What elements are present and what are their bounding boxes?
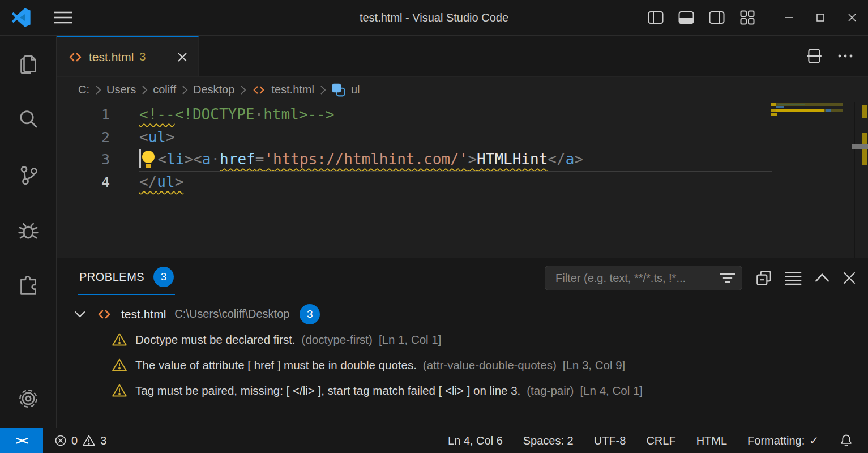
vscode-logo-icon xyxy=(11,8,31,27)
code-token: a xyxy=(202,151,211,168)
minimap-line-4 xyxy=(771,113,843,116)
warning-triangle-icon xyxy=(112,332,127,347)
code-token: <!-- xyxy=(139,106,175,123)
close-window-icon[interactable] xyxy=(836,0,868,35)
bell-icon[interactable] xyxy=(839,433,853,448)
explorer-icon[interactable] xyxy=(15,50,42,78)
minimize-icon[interactable] xyxy=(773,0,805,35)
code-token: a xyxy=(566,151,575,168)
line-content: <li><a·href='https://htmlhint.com/'>HTML… xyxy=(139,148,772,171)
split-editor-icon[interactable] xyxy=(806,48,823,65)
problem-row[interactable]: The value of attribute [ href ] must be … xyxy=(57,352,868,378)
code-line[interactable]: 4</ul> xyxy=(57,171,772,194)
close-panel-icon[interactable] xyxy=(842,271,857,285)
problem-row[interactable]: Tag must be paired, missing: [ </li> ], … xyxy=(57,378,868,403)
code-token: https://htmlhint.com/ xyxy=(273,151,459,168)
cursor-position[interactable]: Ln 4, Col 6 xyxy=(448,434,503,447)
breadcrumb-file[interactable]: test.html xyxy=(271,83,314,96)
chevron-right-icon xyxy=(240,85,246,95)
problem-message: Doctype must be declared first. xyxy=(135,333,296,347)
problem-source: (tag-pair) xyxy=(527,384,574,398)
ruler-cursor-mark xyxy=(852,144,868,149)
tab-problems[interactable]: PROBLEMS 3 xyxy=(78,261,175,295)
code-line[interactable]: 2<ul> xyxy=(57,126,772,149)
layout-sidebar-left-icon[interactable] xyxy=(643,5,669,31)
line-content: </ul> xyxy=(139,171,772,194)
minimap-line-3 xyxy=(771,109,843,112)
code-token: ul xyxy=(148,129,166,146)
problems-filter[interactable] xyxy=(545,266,742,290)
code-token: href xyxy=(220,151,255,168)
breadcrumb-symbol[interactable]: ul xyxy=(351,83,360,96)
indentation[interactable]: Spaces: 2 xyxy=(523,434,574,447)
breadcrumb-users[interactable]: Users xyxy=(106,83,136,96)
code-token: </ xyxy=(139,173,157,190)
encoding[interactable]: UTF-8 xyxy=(594,434,626,447)
source-control-icon[interactable] xyxy=(15,161,42,189)
html-file-icon xyxy=(96,307,112,321)
more-actions-icon[interactable] xyxy=(837,53,853,59)
remote-indicator[interactable]: >< xyxy=(0,428,43,453)
code-token: > xyxy=(166,129,175,146)
language-mode[interactable]: HTML xyxy=(696,434,727,447)
maximize-panel-icon[interactable] xyxy=(814,271,831,285)
line-number: 3 xyxy=(57,148,110,171)
view-as-table-icon[interactable] xyxy=(784,270,802,286)
problems-file-group[interactable]: test.html C:\Users\coliff\Desktop 3 xyxy=(57,301,868,327)
panel-header: PROBLEMS 3 xyxy=(57,258,868,298)
ruler-warning-mark xyxy=(862,133,867,165)
code-token: <!DOCTYPE xyxy=(175,106,255,123)
line-number: 1 xyxy=(57,104,110,126)
problem-source: (attr-value-double-quotes) xyxy=(423,358,557,372)
filter-icon[interactable] xyxy=(720,272,735,284)
warning-triangle-icon xyxy=(112,383,127,398)
eol-sequence[interactable]: CRLF xyxy=(646,434,675,447)
minimap-line-2 xyxy=(771,106,843,109)
ruler-warning-mark xyxy=(862,105,867,118)
extensions-icon[interactable] xyxy=(15,272,42,300)
warning-triangle-icon xyxy=(112,358,127,372)
code-token: html>--> xyxy=(263,106,334,123)
overview-ruler[interactable] xyxy=(858,102,868,258)
status-problems[interactable]: 0 3 xyxy=(54,434,106,447)
editor-group: test.html 3 C: xyxy=(57,36,868,428)
problem-position: [Ln 3, Col 9] xyxy=(563,358,626,372)
lightbulb-icon[interactable] xyxy=(142,150,155,168)
problem-items: Doctype must be declared first.(doctype-… xyxy=(57,327,868,403)
breadcrumb-coliff[interactable]: coliff xyxy=(153,83,176,96)
code-token: ' xyxy=(459,151,468,168)
code-token: < xyxy=(139,129,148,146)
code-editor[interactable]: 1<!--<!DOCTYPE·html>-->2<ul>3<li><a·href… xyxy=(57,102,868,258)
breadcrumb-drive[interactable]: C: xyxy=(78,83,89,96)
file-problems-count-badge: 3 xyxy=(300,304,320,324)
breadcrumb: C: Users coliff Desktop test.html ul xyxy=(57,77,868,102)
customize-layout-icon[interactable] xyxy=(734,5,760,31)
line-number: 4 xyxy=(57,171,110,194)
layout-panel-icon[interactable] xyxy=(673,5,699,31)
tab-close-icon[interactable] xyxy=(177,52,188,63)
code-line[interactable]: 3<li><a·href='https://htmlhint.com/'>HTM… xyxy=(57,148,772,171)
formatting-status[interactable]: Formatting:✓ xyxy=(747,434,819,447)
maximize-icon[interactable] xyxy=(805,0,836,35)
text-cursor xyxy=(139,149,141,168)
minimap[interactable] xyxy=(771,102,855,258)
check-icon: ✓ xyxy=(809,434,819,447)
filter-input[interactable] xyxy=(554,271,720,285)
layout-sidebar-right-icon[interactable] xyxy=(704,5,730,31)
menu-icon[interactable] xyxy=(53,10,74,25)
tab-bar: test.html 3 xyxy=(57,36,868,77)
search-icon[interactable] xyxy=(15,106,42,133)
symbol-element-icon xyxy=(331,83,346,97)
problem-message: Tag must be paired, missing: [ </li> ], … xyxy=(135,384,520,398)
tab-test-html[interactable]: test.html 3 xyxy=(57,36,199,76)
breadcrumb-desktop[interactable]: Desktop xyxy=(193,83,234,96)
vscode-window: test.html - Visual Studio Code xyxy=(0,0,868,453)
bug-icon[interactable] xyxy=(15,217,42,244)
code-token: HTMLHint xyxy=(477,151,548,168)
collapse-all-icon[interactable] xyxy=(755,269,773,287)
problem-row[interactable]: Doctype must be declared first.(doctype-… xyxy=(57,327,868,352)
code-line[interactable]: 1<!--<!DOCTYPE·html>--> xyxy=(57,104,772,126)
gear-icon[interactable] xyxy=(15,385,42,412)
chevron-down-icon[interactable] xyxy=(74,310,86,319)
error-count: 0 xyxy=(71,434,78,447)
